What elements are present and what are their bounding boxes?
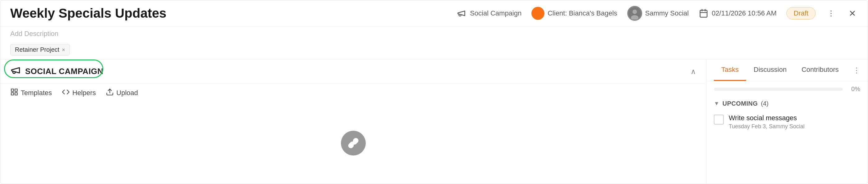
svg-point-1 (632, 10, 637, 14)
templates-icon (10, 88, 18, 98)
task-checkbox[interactable] (714, 115, 724, 124)
tags-row: Retainer Project × (0, 41, 868, 59)
status-badge[interactable]: Draft (786, 7, 815, 20)
svg-rect-8 (15, 89, 18, 91)
svg-rect-3 (700, 10, 707, 17)
section-megaphone-icon (10, 65, 21, 78)
upcoming-label: UPCOMING (722, 100, 758, 107)
close-button[interactable]: ✕ (846, 8, 858, 19)
task-subtitle: Tuesday Feb 3, Sammy Social (729, 123, 804, 130)
date-meta[interactable]: 02/11/2026 10:56 AM (699, 8, 776, 18)
editor-toolbar: Templates Helpers (0, 84, 706, 102)
avatar (627, 6, 642, 21)
tab-discussion[interactable]: Discussion (746, 60, 794, 81)
description-placeholder[interactable]: Add Description (0, 27, 868, 41)
task-item: Write social messages Tuesday Feb 3, Sam… (706, 110, 868, 134)
section-title-wrapper: SOCIAL CAMPAIGN (10, 65, 103, 78)
header: Weekly Specials Updates Social Campaign … (0, 0, 868, 27)
tag-retainer-project[interactable]: Retainer Project × (10, 44, 70, 56)
templates-button[interactable]: Templates (10, 88, 52, 98)
editor-body (0, 102, 706, 184)
client-dot (531, 7, 545, 20)
tab-contributors[interactable]: Contributors (794, 60, 846, 81)
progress-percent: 0% (846, 85, 860, 93)
svg-rect-7 (11, 89, 14, 91)
more-button[interactable]: ⋮ (826, 8, 837, 19)
tag-label: Retainer Project (15, 46, 59, 53)
assignee-meta[interactable]: Sammy Social (627, 6, 689, 21)
helpers-label: Helpers (72, 89, 96, 97)
upcoming-header: ▼ UPCOMING (4) (706, 97, 868, 110)
header-meta: Social Campaign Client: Bianca's Bagels … (456, 6, 858, 21)
helpers-button[interactable]: Helpers (62, 88, 96, 98)
templates-label: Templates (21, 89, 52, 97)
section-title: SOCIAL CAMPAIGN (25, 67, 103, 76)
editor-panel: SOCIAL CAMPAIGN ∧ Templates (0, 60, 706, 184)
section-collapse-icon[interactable]: ∧ (690, 67, 696, 76)
tag-remove-icon[interactable]: × (62, 47, 65, 53)
right-panel-more-icon[interactable]: ⋮ (853, 66, 860, 75)
campaign-type-meta[interactable]: Social Campaign (456, 8, 522, 19)
calendar-icon (699, 8, 709, 18)
link-button[interactable] (341, 131, 366, 155)
svg-rect-10 (15, 93, 18, 95)
svg-rect-9 (11, 93, 14, 95)
progress-row: 0% (706, 81, 868, 97)
upcoming-count: (4) (761, 100, 768, 107)
date-label: 02/11/2026 10:56 AM (712, 9, 776, 17)
content-area: SOCIAL CAMPAIGN ∧ Templates (0, 59, 868, 184)
campaign-type-label: Social Campaign (470, 9, 522, 17)
client-label: Client: Bianca's Bagels (548, 9, 617, 17)
upcoming-chevron-icon[interactable]: ▼ (714, 100, 719, 107)
upload-button[interactable]: Upload (106, 88, 138, 98)
right-panel: Tasks Discussion Contributors ⋮ 0% ▼ UPC… (706, 60, 868, 184)
right-tabs: Tasks Discussion Contributors ⋮ (706, 60, 868, 81)
helpers-icon (62, 88, 70, 98)
upload-icon (106, 88, 114, 98)
tab-tasks[interactable]: Tasks (714, 60, 746, 81)
page-title: Weekly Specials Updates (10, 6, 166, 21)
megaphone-icon (456, 8, 467, 19)
section-header: SOCIAL CAMPAIGN ∧ (0, 60, 706, 84)
client-meta[interactable]: Client: Bianca's Bagels (531, 7, 617, 20)
progress-bar (714, 88, 843, 91)
upload-label: Upload (116, 89, 138, 97)
task-title: Write social messages (729, 114, 804, 122)
task-info: Write social messages Tuesday Feb 3, Sam… (729, 114, 804, 130)
assignee-label: Sammy Social (645, 9, 689, 17)
